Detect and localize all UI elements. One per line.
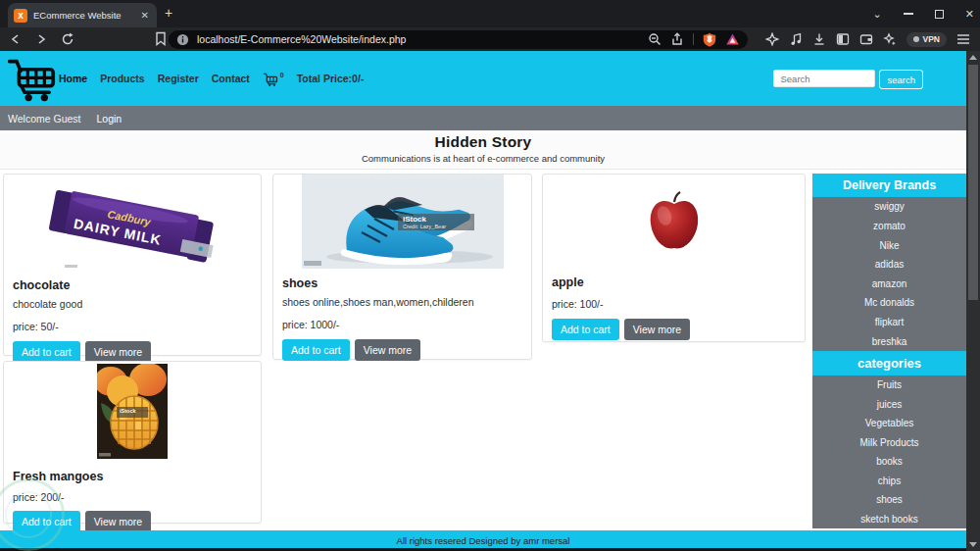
vpn-label: VPN	[923, 34, 940, 44]
page-scrollbar[interactable]	[966, 51, 980, 551]
view-more-button[interactable]: View more	[85, 511, 151, 532]
category-item[interactable]: Vegetables	[812, 418, 966, 428]
category-item[interactable]: Milk Products	[812, 437, 966, 448]
product-price: price: 200/-	[13, 491, 252, 503]
shoes-product-image: iStock Credit: Lazy_Bear	[302, 175, 504, 269]
reload-icon[interactable]	[61, 32, 74, 46]
menu-icon[interactable]	[956, 33, 970, 45]
nav-link-home[interactable]: Home	[59, 73, 87, 84]
minimize-button[interactable]	[904, 13, 913, 15]
sidebar-panel-icon[interactable]	[836, 32, 850, 46]
view-more-button[interactable]: View more	[85, 341, 151, 363]
scroll-up-arrow[interactable]	[969, 55, 977, 60]
product-price: price: 50/-	[13, 321, 252, 332]
page-subtitle: Communications is at heart of e-commerce…	[0, 153, 966, 164]
leo-ai-icon[interactable]	[765, 32, 779, 46]
category-item[interactable]: Fruits	[812, 379, 966, 390]
address-bar[interactable]: localhost/E-Commerce%20Website/index.php	[169, 30, 748, 49]
cart-logo-icon[interactable]	[8, 56, 59, 102]
browser-window: x ECommerce Website ✕ + ⌄ ✕ localhost/E-…	[0, 0, 980, 551]
tab-search-chevron-icon[interactable]: ⌄	[873, 9, 882, 20]
browser-tab-bar: x ECommerce Website ✕ + ⌄ ✕	[0, 0, 980, 27]
categories-header: categories	[812, 351, 966, 376]
search-button[interactable]: search	[879, 70, 923, 89]
product-name: chocolate	[13, 278, 252, 292]
add-to-cart-button[interactable]: Add to cart	[282, 339, 350, 361]
svg-text:iStock: iStock	[120, 408, 136, 414]
category-item[interactable]: chips	[812, 476, 966, 486]
brand-item[interactable]: flipkart	[812, 317, 966, 327]
category-item[interactable]: sketch books	[812, 514, 966, 525]
share-icon[interactable]	[670, 32, 684, 46]
category-item[interactable]: books	[812, 456, 966, 467]
login-link[interactable]: Login	[97, 113, 122, 125]
nav-link-contact[interactable]: Contact	[212, 73, 250, 84]
sparkles-icon[interactable]	[883, 32, 897, 46]
brand-item[interactable]: Nike	[812, 240, 966, 251]
brand-item[interactable]: Mc donalds	[812, 297, 966, 308]
category-item[interactable]: juices	[812, 399, 966, 410]
svg-text:Credit: Lazy_Bear: Credit: Lazy_Bear	[403, 224, 446, 229]
product-description: shoes online,shoes man,women,childeren	[282, 296, 522, 308]
product-name: shoes	[282, 276, 522, 290]
product-card-shoes: iStock Credit: Lazy_Bear shoes shoes onl…	[272, 174, 532, 360]
footer-text: All rights resered Designed by amr mersa…	[397, 535, 570, 546]
view-more-button[interactable]: View more	[624, 319, 690, 340]
chocolate-product-image: Cadbury DAIRY MILK	[39, 178, 225, 272]
product-price: price: 1000/-	[282, 319, 522, 330]
brave-rewards-icon[interactable]	[725, 32, 740, 46]
svg-text:iStock: iStock	[403, 215, 427, 224]
site-footer: All rights resered Designed by amr mersa…	[0, 530, 966, 548]
hero-section: Hidden Story Communications is at heart …	[0, 130, 966, 170]
tab-title: ECommerce Website	[33, 10, 133, 21]
tab-close-icon[interactable]: ✕	[139, 10, 151, 21]
vpn-status-dot	[913, 36, 919, 42]
wallet-icon[interactable]	[859, 32, 873, 46]
xampp-favicon-icon: x	[14, 9, 27, 23]
product-price: price: 100/-	[552, 298, 796, 310]
download-icon[interactable]	[812, 32, 826, 46]
category-item[interactable]: shoes	[812, 494, 966, 505]
scrollbar-thumb[interactable]	[968, 65, 978, 300]
forward-icon[interactable]	[35, 33, 47, 45]
add-to-cart-button[interactable]: Add to cart	[552, 319, 619, 340]
nav-link-register[interactable]: Register	[158, 73, 199, 84]
back-icon[interactable]	[10, 33, 22, 45]
vpn-button[interactable]: VPN	[906, 32, 947, 47]
site-navbar: Home Products Register Contact 0 Total P…	[0, 51, 966, 106]
delivery-brands-header: Delivery Brands	[812, 174, 966, 197]
brand-item[interactable]: adidas	[812, 259, 966, 270]
welcome-bar: Welcome Guest Login	[0, 106, 966, 130]
scroll-down-arrow[interactable]	[969, 542, 977, 547]
brand-item[interactable]: breshka	[812, 336, 966, 347]
media-playlist-icon[interactable]	[789, 32, 803, 46]
browser-toolbar: localhost/E-Commerce%20Website/index.php…	[0, 27, 980, 51]
zoom-out-icon[interactable]	[648, 32, 662, 46]
nav-link-products[interactable]: Products	[100, 73, 145, 84]
mango-product-image: iStock	[97, 364, 168, 459]
add-to-cart-button[interactable]: Add to cart	[13, 511, 80, 532]
cart-count-badge: 0	[280, 72, 284, 78]
brave-shield-icon[interactable]	[703, 32, 716, 47]
browser-tab[interactable]: x ECommerce Website ✕	[8, 3, 157, 27]
maximize-button[interactable]	[935, 10, 944, 19]
total-price-label: Total Price:0/-	[297, 73, 365, 84]
product-description: chocolate good	[13, 298, 252, 310]
close-button[interactable]: ✕	[965, 9, 974, 20]
welcome-text: Welcome Guest	[8, 113, 81, 125]
brand-item[interactable]: amazon	[812, 278, 966, 289]
categories-list: Fruits juices Vegetables Milk Products b…	[812, 376, 966, 528]
product-name: apple	[552, 276, 796, 289]
add-to-cart-button[interactable]: Add to cart	[13, 341, 80, 363]
search-input[interactable]	[773, 70, 875, 87]
url-text[interactable]: localhost/E-Commerce%20Website/index.php	[197, 33, 648, 45]
divider	[693, 33, 694, 45]
page-title: Hidden Story	[0, 133, 966, 151]
brand-item[interactable]: swiggy	[812, 201, 966, 212]
bookmark-icon[interactable]	[155, 31, 167, 46]
mini-cart-icon[interactable]: 0	[263, 72, 284, 86]
site-info-icon[interactable]	[176, 33, 189, 46]
new-tab-button[interactable]: +	[165, 6, 172, 20]
view-more-button[interactable]: View more	[355, 339, 420, 361]
brand-item[interactable]: zomato	[812, 221, 966, 231]
